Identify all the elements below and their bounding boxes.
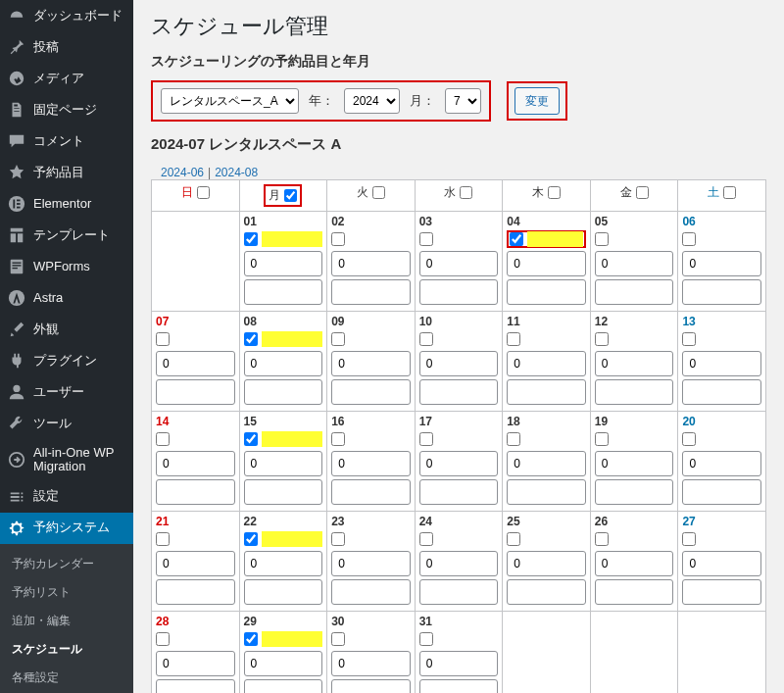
day-capacity-input[interactable] bbox=[244, 551, 323, 576]
day-checkbox[interactable] bbox=[331, 532, 345, 546]
sidebar-item-brush[interactable]: 外観 bbox=[0, 314, 133, 345]
sidebar-sub-item[interactable]: 予約カレンダー bbox=[0, 550, 133, 578]
day-checkbox[interactable] bbox=[156, 332, 170, 346]
day-checkbox[interactable] bbox=[419, 432, 433, 446]
day-checkbox[interactable] bbox=[156, 532, 170, 546]
day-capacity-input[interactable] bbox=[595, 251, 674, 276]
weekday-checkbox[interactable] bbox=[284, 189, 297, 202]
day-checkbox[interactable] bbox=[507, 532, 520, 546]
day-checkbox[interactable] bbox=[682, 332, 696, 346]
day-capacity-input[interactable] bbox=[682, 451, 761, 476]
day-note-input[interactable] bbox=[507, 579, 586, 605]
day-checkbox[interactable] bbox=[595, 332, 609, 346]
day-capacity-input[interactable] bbox=[331, 451, 411, 476]
sidebar-sub-item[interactable]: 各種設定 bbox=[0, 664, 133, 692]
day-checkbox[interactable] bbox=[419, 332, 433, 346]
sidebar-item-comment[interactable]: コメント bbox=[0, 125, 133, 157]
sidebar-item-tool[interactable]: ツール bbox=[0, 408, 133, 439]
day-capacity-input[interactable] bbox=[682, 351, 761, 376]
sidebar-sub-item[interactable]: 追加・編集 bbox=[0, 607, 133, 635]
day-note-input[interactable] bbox=[507, 479, 586, 505]
day-checkbox[interactable] bbox=[507, 332, 520, 346]
sidebar-item-plugin[interactable]: プラグイン bbox=[0, 345, 133, 376]
day-capacity-input[interactable] bbox=[156, 551, 235, 576]
day-capacity-input[interactable] bbox=[507, 451, 586, 476]
day-note-input[interactable] bbox=[156, 479, 235, 505]
day-checkbox[interactable] bbox=[419, 532, 433, 546]
day-note-input[interactable] bbox=[595, 579, 674, 605]
day-note-input[interactable] bbox=[419, 579, 499, 605]
day-capacity-input[interactable] bbox=[682, 251, 761, 276]
day-note-input[interactable] bbox=[244, 479, 323, 505]
day-capacity-input[interactable] bbox=[156, 451, 235, 476]
day-capacity-input[interactable] bbox=[331, 651, 411, 676]
day-capacity-input[interactable] bbox=[595, 351, 674, 376]
sidebar-item-astra[interactable]: Astra bbox=[0, 282, 133, 314]
day-checkbox[interactable] bbox=[682, 432, 696, 446]
day-capacity-input[interactable] bbox=[244, 251, 323, 276]
day-capacity-input[interactable] bbox=[507, 551, 586, 576]
day-note-input[interactable] bbox=[156, 379, 235, 405]
day-note-input[interactable] bbox=[331, 379, 411, 405]
day-note-input[interactable] bbox=[244, 279, 323, 305]
day-checkbox[interactable] bbox=[595, 432, 609, 446]
month-select[interactable]: 7 bbox=[445, 88, 481, 114]
day-note-input[interactable] bbox=[156, 679, 235, 693]
day-note-input[interactable] bbox=[595, 379, 674, 405]
day-note-input[interactable] bbox=[331, 279, 411, 305]
day-checkbox[interactable] bbox=[331, 232, 345, 246]
sidebar-item-media[interactable]: メディア bbox=[0, 63, 133, 94]
day-checkbox[interactable] bbox=[156, 432, 170, 446]
day-checkbox[interactable] bbox=[331, 632, 345, 646]
day-checkbox[interactable] bbox=[419, 232, 433, 246]
day-capacity-input[interactable] bbox=[156, 351, 235, 376]
day-note-input[interactable] bbox=[419, 379, 499, 405]
weekday-checkbox[interactable] bbox=[723, 186, 736, 199]
day-capacity-input[interactable] bbox=[682, 551, 761, 576]
sidebar-item-gear[interactable]: 予約システム bbox=[0, 513, 133, 544]
day-capacity-input[interactable] bbox=[244, 651, 323, 676]
weekday-checkbox[interactable] bbox=[460, 186, 472, 199]
next-month-link[interactable]: 2024-08 bbox=[215, 166, 258, 179]
day-capacity-input[interactable] bbox=[419, 251, 499, 276]
day-note-input[interactable] bbox=[682, 579, 761, 605]
day-checkbox[interactable] bbox=[682, 532, 696, 546]
day-checkbox[interactable] bbox=[595, 232, 609, 246]
day-checkbox[interactable] bbox=[510, 232, 523, 246]
sidebar-sub-item[interactable]: 予約リスト bbox=[0, 578, 133, 607]
day-note-input[interactable] bbox=[507, 379, 586, 405]
day-checkbox[interactable] bbox=[682, 232, 696, 246]
day-note-input[interactable] bbox=[419, 279, 499, 305]
sidebar-item-star[interactable]: 予約品目 bbox=[0, 157, 133, 188]
sidebar-item-wpforms[interactable]: WPForms bbox=[0, 251, 133, 282]
change-button[interactable]: 変更 bbox=[514, 87, 560, 115]
day-capacity-input[interactable] bbox=[244, 451, 323, 476]
day-capacity-input[interactable] bbox=[331, 351, 411, 376]
day-note-input[interactable] bbox=[244, 579, 323, 605]
day-checkbox[interactable] bbox=[419, 632, 433, 646]
day-capacity-input[interactable] bbox=[507, 251, 586, 276]
weekday-checkbox[interactable] bbox=[197, 186, 210, 199]
sidebar-sub-item[interactable]: スケジュール bbox=[0, 635, 133, 664]
day-capacity-input[interactable] bbox=[595, 551, 674, 576]
day-checkbox[interactable] bbox=[331, 332, 345, 346]
day-note-input[interactable] bbox=[331, 679, 411, 693]
prev-month-link[interactable]: 2024-06 bbox=[161, 166, 204, 179]
day-note-input[interactable] bbox=[156, 579, 235, 605]
year-select[interactable]: 2024 bbox=[344, 88, 400, 114]
day-capacity-input[interactable] bbox=[419, 551, 499, 576]
day-checkbox[interactable] bbox=[595, 532, 609, 546]
day-capacity-input[interactable] bbox=[331, 251, 411, 276]
sidebar-item-dashboard[interactable]: ダッシュボード bbox=[0, 0, 133, 31]
day-checkbox[interactable] bbox=[507, 432, 520, 446]
day-capacity-input[interactable] bbox=[507, 351, 586, 376]
day-checkbox[interactable] bbox=[156, 632, 170, 646]
sidebar-item-settings[interactable]: 設定 bbox=[0, 481, 133, 513]
weekday-checkbox[interactable] bbox=[636, 186, 649, 199]
day-note-input[interactable] bbox=[244, 379, 323, 405]
day-capacity-input[interactable] bbox=[156, 651, 235, 676]
day-note-input[interactable] bbox=[682, 379, 761, 405]
day-checkbox[interactable] bbox=[244, 632, 258, 646]
day-capacity-input[interactable] bbox=[244, 351, 323, 376]
day-checkbox[interactable] bbox=[331, 432, 345, 446]
